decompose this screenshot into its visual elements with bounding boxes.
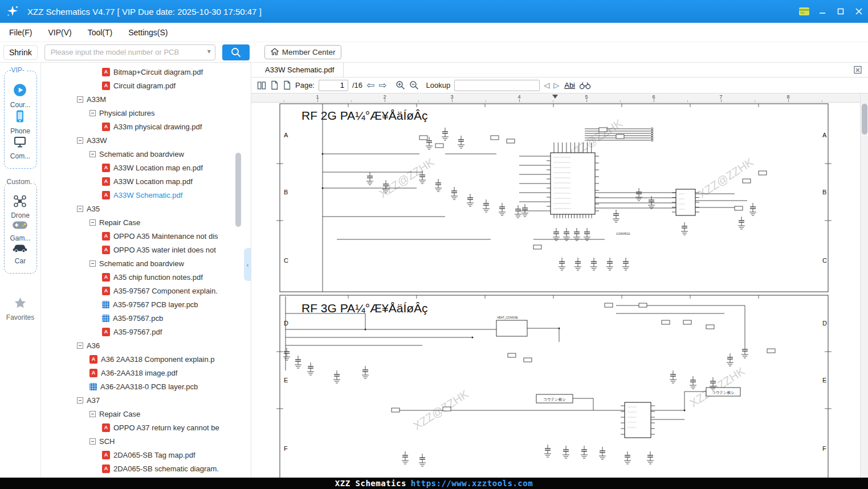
tree-item-label: Repair Case	[99, 410, 140, 418]
tree-item-label: OPPO A37 return key cannot be	[113, 423, 219, 432]
menu-item-tool[interactable]: Tool(T)	[88, 28, 113, 37]
tree-file[interactable]: AA33m physical drawing.pdf	[41, 120, 251, 133]
tree-file[interactable]: AA35 chip function notes.pdf	[41, 270, 251, 284]
lookup-label: Lookup	[426, 81, 451, 89]
pdf-file-icon: A	[102, 68, 110, 76]
shrink-button[interactable]: Shrink	[3, 45, 38, 60]
find-next-icon[interactable]: ▷	[553, 81, 559, 89]
tree-file[interactable]: A36-2AA318-0 PCB layer.pcb	[41, 380, 251, 393]
menu-item-vip[interactable]: VIP(V)	[48, 28, 71, 37]
rail-item-cour[interactable]: Cour...	[10, 83, 30, 109]
content-row: -VIP- Cour...PhoneCom... Custom. DroneGa…	[0, 63, 868, 478]
binoculars-icon[interactable]	[579, 81, 591, 89]
rail-item-favorites[interactable]: Favorites	[0, 296, 40, 321]
page-number-input[interactable]	[319, 80, 348, 91]
svg-text:D: D	[822, 320, 827, 327]
tree-item-label: Physical pictures	[99, 109, 155, 117]
close-document-icon[interactable]	[854, 66, 863, 76]
tree-group[interactable]: A33W	[41, 133, 251, 147]
rail-item-phone[interactable]: Phone	[10, 109, 30, 135]
tree-file[interactable]: AOPPO A35 Maintenance not dis	[41, 229, 251, 243]
tree-item-label: OPPO A35 Maintenance not dis	[113, 232, 218, 241]
rail-item-gam[interactable]: Gam...	[10, 219, 30, 242]
tree-file[interactable]: AOPPO A35 water inlet does not	[41, 243, 251, 256]
tree-item-label: 2DA065-SB Tag map.pdf	[113, 451, 195, 459]
prev-page-icon[interactable]: ⇦	[366, 80, 374, 90]
tree-item-label: Schematic and boardview	[99, 150, 184, 158]
ruler-tick	[519, 99, 520, 102]
tree-file[interactable]: ABitmap+Circuit diagram.pdf	[41, 65, 251, 79]
find-prev-icon[interactable]: ◁	[544, 81, 549, 89]
close-button[interactable]	[850, 3, 868, 19]
tree-group[interactable]: Repair Case	[41, 407, 251, 421]
phone-icon	[13, 109, 27, 125]
tree-group[interactable]: Physical pictures	[41, 106, 251, 120]
rail-item-drone[interactable]: Drone	[10, 194, 30, 219]
zoom-out-icon[interactable]	[409, 80, 419, 90]
tree-file[interactable]: AA33W Schematic.pdf	[41, 188, 251, 202]
next-page-icon[interactable]: ⇨	[378, 80, 386, 90]
tree-group[interactable]: SCH	[41, 434, 251, 448]
tree-group[interactable]: Schematic and boardview	[41, 256, 251, 270]
collapse-icon	[89, 151, 96, 157]
tree-file[interactable]: AA35-97567 Component explain.	[41, 284, 251, 298]
collapse-icon	[77, 206, 83, 212]
member-center-button[interactable]: Member Center	[264, 45, 342, 59]
match-case-toggle[interactable]: Abi	[564, 81, 575, 89]
rail-item-label: Gam...	[10, 234, 30, 242]
zoom-in-icon[interactable]	[396, 80, 405, 90]
tree-file[interactable]: A2DA065-SB schematic diagram.	[41, 462, 251, 475]
svg-text:コウテン板シ: コウテン板シ	[712, 390, 735, 394]
tree-group[interactable]: A33M	[41, 92, 251, 106]
tree-group[interactable]: Schematic and boardview	[41, 147, 251, 161]
tree-file[interactable]: AA33W Location map en.pdf	[41, 161, 251, 174]
tree-file[interactable]: A35-97567.pcb	[41, 311, 251, 325]
chevron-down-icon[interactable]: ▾	[207, 47, 211, 55]
document-area: A33W Schematic.pdf Page: /16	[251, 63, 868, 478]
tree-item-label: Schematic and boardview	[99, 259, 184, 268]
pdf-scrollbar-thumb[interactable]	[862, 104, 867, 135]
vip-card-icon[interactable]	[795, 3, 813, 19]
rail-item-car[interactable]: Car	[10, 242, 30, 265]
pdf-scrollbar[interactable]	[860, 93, 868, 478]
menu-item-file[interactable]: File(F)	[9, 28, 32, 37]
document-tab[interactable]: A33W Schematic.pdf	[251, 63, 344, 77]
car-icon	[12, 242, 28, 255]
tree-file[interactable]: AA36 2AA318 Component explain.p	[41, 352, 251, 366]
tree-file[interactable]: A2DA065-SB Tag map.pdf	[41, 448, 251, 462]
maximize-button[interactable]	[832, 3, 850, 19]
tree-file[interactable]: A2DA077(A37...)-T3-BOTTOM	[41, 475, 251, 478]
ruler-tick	[284, 100, 284, 102]
tree-group[interactable]: A37	[41, 393, 251, 407]
tree-file[interactable]: AA35-97567.pdf	[41, 325, 251, 339]
pdf-canvas[interactable]: RF 2G PA¼°Æ¥ÅäÍøÂçRF 3G PA¼°Æ¥ÅäÍøÂçAABB…	[251, 103, 868, 478]
model-search: ▾	[44, 44, 215, 60]
ruler-position-marker	[552, 95, 558, 99]
svg-text:A: A	[822, 132, 827, 138]
paste-page-icon[interactable]	[283, 80, 291, 90]
pdf-toolbar: Page: /16 ⇦ ⇨ Lookup ◁ ▷ Abi	[251, 78, 868, 93]
ruler-tick	[586, 99, 587, 102]
ruler-tick	[385, 99, 385, 102]
lookup-input[interactable]	[454, 80, 540, 91]
tree-file[interactable]: AA33W Location map.pdf	[41, 174, 251, 188]
search-button[interactable]	[222, 44, 250, 60]
minimize-button[interactable]	[813, 3, 832, 19]
copy-page-icon[interactable]	[270, 80, 279, 90]
rail-item-com[interactable]: Com...	[10, 135, 30, 160]
tree-file[interactable]: ACircuit diagram.pdf	[41, 79, 251, 92]
tree-file[interactable]: AA36-2AA318 image.pdf	[41, 366, 251, 380]
app-window: XZZ Schematics V4.77 [ VIP Due date: 202…	[0, 0, 868, 489]
two-page-view-icon[interactable]	[257, 81, 266, 90]
collapse-icon	[89, 110, 96, 116]
tree-group[interactable]: Repair Case	[41, 215, 251, 229]
tree-scrollbar-thumb[interactable]	[235, 153, 241, 227]
tree-file[interactable]: A35-97567 PCB layer.pcb	[41, 298, 251, 311]
menu-item-settings[interactable]: Settings(S)	[128, 28, 168, 37]
rail-item-label: Car	[15, 257, 26, 265]
tree-group[interactable]: A35	[41, 202, 251, 215]
pcb-file-icon	[102, 315, 109, 322]
model-search-input[interactable]	[44, 44, 215, 60]
tree-file[interactable]: AOPPO A37 return key cannot be	[41, 421, 251, 434]
tree-group[interactable]: A36	[41, 339, 251, 352]
